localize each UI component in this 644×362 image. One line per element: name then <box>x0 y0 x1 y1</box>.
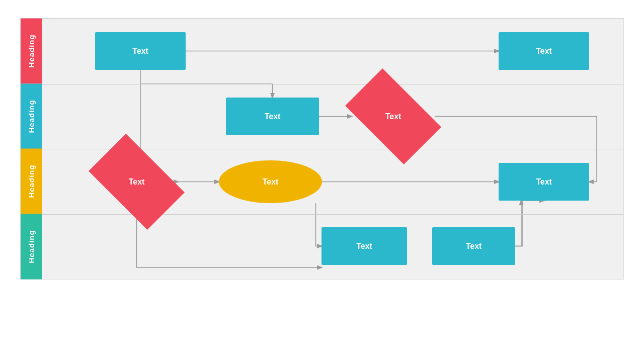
shape-s1: Text <box>95 32 186 70</box>
shape-s2: Text <box>499 32 589 70</box>
diagram: HeadingHeadingHeadingHeading TextTextTex… <box>20 18 624 280</box>
shape-s3: Text <box>226 98 319 135</box>
page: HeadingHeadingHeadingHeading TextTextTex… <box>0 0 644 362</box>
lane-label-1: Heading <box>21 84 42 149</box>
shape-s9: Text <box>432 227 515 265</box>
lane-label-3: Heading <box>21 214 42 280</box>
shape-s8: Text <box>321 227 407 265</box>
shape-s4: Text <box>352 90 435 143</box>
lanes-content: TextTextTextTextTextTextTextTextText <box>42 19 623 279</box>
shape-s6: Text <box>219 160 322 203</box>
lane-label-0: Heading <box>21 19 42 84</box>
shape-s7: Text <box>499 163 589 201</box>
shape-s5: Text <box>95 155 178 208</box>
lane-labels: HeadingHeadingHeadingHeading <box>21 19 42 279</box>
lane-label-2: Heading <box>21 149 42 214</box>
